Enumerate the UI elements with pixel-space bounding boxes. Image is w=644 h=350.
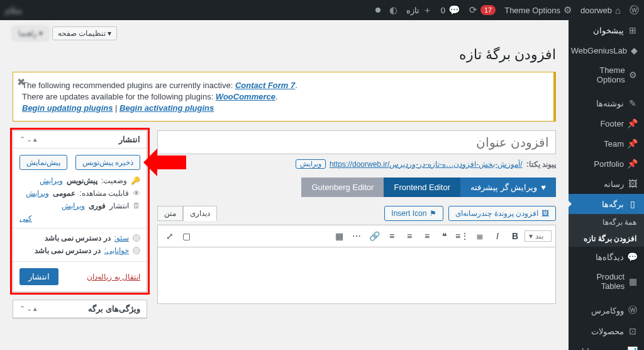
eye-icon: 👁 (133, 189, 140, 198)
align-center-button[interactable]: ≡ (401, 228, 418, 244)
comments-link[interactable]: 💬0 (441, 4, 460, 16)
menu-webgenius[interactable]: ◆WebGeniusLab (569, 40, 644, 60)
more-button[interactable]: ⋯ (348, 228, 365, 244)
woocommerce-link[interactable]: WooCommerce (216, 92, 275, 101)
submenu-all-pages[interactable]: همهٔ برگه‌ها (569, 214, 644, 230)
content-wrap: راهنما ▾ تنظیمات صفحه ▾ افزودن برگهٔ تاز… (0, 20, 569, 350)
howdy-link[interactable]: سلام (5, 6, 22, 15)
edit-permalink-button[interactable]: ویرایش (296, 159, 326, 169)
readability-link[interactable]: خوانایی: (104, 246, 129, 255)
admin-bar: ⓦ ⌂doorweb ⚙Theme Options 17⟳ 💬0 ＋تازه ◐… (0, 0, 644, 20)
menu-media[interactable]: 🖾رسانه (569, 174, 644, 194)
updates-link[interactable]: 17⟳ (469, 4, 496, 16)
text-tab[interactable]: متن (157, 206, 183, 221)
publish-button[interactable]: انتشار (19, 268, 58, 285)
toggle-toolbar-button[interactable]: ▦ (331, 228, 347, 244)
format-select[interactable]: بند▾ (525, 230, 552, 242)
menu-footer[interactable]: 📌Footer (569, 113, 644, 133)
publish-box-controls: ⌃ ⌄ ▴ (19, 135, 37, 144)
menu-team[interactable]: 📌Team (569, 133, 644, 154)
sort-up-icon[interactable]: ⌃ (19, 305, 25, 313)
heart-icon: ♥ (541, 183, 546, 192)
editor-canvas[interactable] (157, 247, 556, 304)
seo-link[interactable]: سئو: (114, 234, 129, 242)
help-tab[interactable]: راهنما ▾ (13, 26, 48, 40)
status-dot (375, 8, 380, 13)
save-draft-button[interactable]: ذخیره پیش‌نویس (75, 155, 140, 170)
insert-icon-button[interactable]: ⚑Insert Icon (384, 206, 443, 221)
align-right-button[interactable]: ≡ (419, 228, 435, 244)
title-input[interactable] (157, 130, 556, 154)
flag-icon: ⚑ (430, 209, 436, 218)
pages-submenu: همهٔ برگه‌ها افزودن برگهٔ تازه (569, 214, 644, 247)
dismiss-notice-icon[interactable]: ✖ (17, 76, 25, 88)
ol-button[interactable]: ⋮≡ (454, 228, 470, 244)
wp-logo[interactable]: ⓦ (630, 4, 639, 16)
media-icon: 🖼 (541, 209, 549, 218)
yoast-dot-icon (133, 234, 140, 242)
plugin-icon: ◆ (631, 45, 638, 55)
collapse-icon[interactable]: ▴ (33, 305, 37, 313)
wpbakery-tab[interactable]: ♥ویرایش گر پیشرفته (460, 178, 556, 197)
italic-button[interactable]: I (489, 228, 506, 244)
menu-product-tables[interactable]: ▦Product Tables (569, 267, 644, 296)
plugin-notice: The following recommended plugins are cu… (13, 72, 556, 121)
menu-theme-options[interactable]: ⚙Theme Options (569, 60, 644, 89)
media-icon: 🖾 (628, 179, 638, 189)
screen-options-tab[interactable]: تنظیمات صفحه ▾ (52, 26, 117, 40)
editor-toolbar: بند▾ B I ≣ ⋮≡ ❝ ≡ ≡ ≡ 🔗 ⋯ ▦ ▢ ⤢ (157, 225, 556, 247)
pin-icon: 📌 (628, 138, 638, 149)
distraction-free-button[interactable]: ▢ (178, 228, 194, 244)
sort-down-icon[interactable]: ⌄ (26, 305, 32, 313)
add-media-button[interactable]: 🖼افزودن پروندهٔ چندرسانه‌ای (448, 206, 556, 221)
site-link[interactable]: ⌂doorweb (580, 5, 621, 16)
page-title: افزودن برگهٔ تازه (13, 47, 556, 63)
menu-portfolio[interactable]: 📌Portfolio (569, 154, 644, 174)
menu-products[interactable]: ⊡محصولات (569, 321, 644, 341)
menu-pages[interactable]: ▯برگه‌ها (569, 194, 644, 214)
visibility-line: 👁 قابلیت مشاهده: عمومی ویرایش (19, 189, 140, 198)
link-button[interactable]: 🔗 (366, 228, 382, 244)
gutenberg-tab[interactable]: Gutenberg Editor (301, 178, 384, 197)
admin-sidebar: ⊞پیشخوان ◆WebGeniusLab ⚙Theme Options ✎ن… (569, 20, 644, 350)
copy-link[interactable]: کپی (19, 214, 32, 223)
visual-tab[interactable]: دیداری (183, 206, 217, 221)
gear-icon: ⚙ (629, 70, 638, 80)
frontend-editor-tab[interactable]: Frontend Editor (384, 178, 460, 197)
publish-box: انتشار ⌃ ⌄ ▴ ذخیره پیش‌نویس پیش‌نمایش 🔑 … (13, 130, 147, 292)
preview-button[interactable]: پیش‌نمایش (19, 155, 67, 170)
align-left-button[interactable]: ≡ (384, 228, 400, 244)
bold-button[interactable]: B (507, 228, 523, 244)
begin-activating-link[interactable]: Begin activating plugins (119, 103, 214, 113)
trash-link[interactable]: انتقال به زباله‌دان (87, 273, 140, 281)
menu-analytics[interactable]: 📊تحریه و تحلیل (569, 341, 644, 350)
menu-posts[interactable]: ✎نوشته‌ها (569, 93, 644, 113)
permalink-url[interactable]: https://doorweb.ir/آموزش-بخش-افزودن…ه-تا… (330, 160, 523, 169)
theme-options-link[interactable]: ⚙Theme Options (504, 4, 572, 16)
menu-comments[interactable]: 💬دیدگاه‌ها (569, 247, 644, 267)
status-line: 🔑 وضعیت: پیش‌نویس ویرایش (19, 176, 140, 185)
pin-icon: 📌 (628, 118, 638, 128)
contact-form-link[interactable]: Contact Form 7 (235, 81, 295, 90)
menu-woocommerce[interactable]: ⓦووکامرس (569, 300, 644, 321)
yoast-dot-icon (133, 247, 140, 254)
new-link[interactable]: ＋تازه (406, 4, 432, 16)
begin-updating-link[interactable]: Begin updating plugins (22, 103, 113, 113)
edit-time-link[interactable]: ویرایش (62, 201, 85, 210)
edit-status-link[interactable]: ویرایش (40, 176, 63, 185)
fullscreen-button[interactable]: ⤢ (162, 228, 178, 244)
submenu-new-page[interactable]: افزودن برگهٔ تازه (569, 230, 644, 247)
sort-up-icon[interactable]: ⌃ (19, 135, 25, 144)
text-visual-tabs: متن دیداری (157, 206, 217, 221)
quote-button[interactable]: ❝ (436, 228, 453, 244)
yoast-icon[interactable]: ◐ (389, 4, 397, 16)
ul-button[interactable]: ≣ (472, 228, 488, 244)
dashboard-icon: ⊞ (628, 25, 638, 35)
edit-visibility-link[interactable]: ویرایش (26, 189, 49, 198)
sort-down-icon[interactable]: ⌄ (26, 135, 32, 144)
table-icon: ▦ (628, 276, 638, 286)
collapse-icon[interactable]: ▴ (33, 135, 37, 144)
editor-top-row: 🖼افزودن پروندهٔ چندرسانه‌ای ⚑Insert Icon… (157, 206, 556, 221)
menu-dashboard[interactable]: ⊞پیشخوان (569, 20, 644, 40)
editor-mode-tabs: ♥ویرایش گر پیشرفته Frontend Editor Guten… (157, 178, 556, 197)
